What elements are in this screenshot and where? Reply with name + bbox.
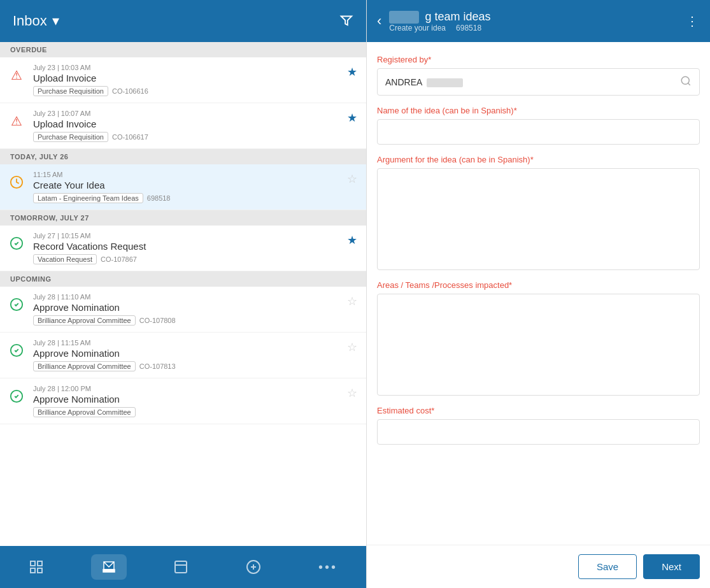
- item-content: 11:15 AM Create Your Idea Latam - Engine…: [33, 171, 356, 203]
- item-ref: 698518: [147, 194, 171, 202]
- back-button[interactable]: ‹: [377, 13, 381, 29]
- overdue-icon: ⚠: [6, 65, 27, 85]
- item-content: July 28 | 11:15 AM Approve Nomination Br…: [33, 339, 356, 371]
- item-tags: Brilliance Approval Committee CO-107808: [33, 315, 356, 326]
- filter-icon[interactable]: [339, 13, 353, 30]
- nav-inbox[interactable]: [91, 554, 127, 580]
- item-timestamp: July 23 | 10:07 AM: [33, 110, 356, 117]
- svg-marker-0: [341, 16, 352, 25]
- right-panel: ‹ g team ideas Create your idea 698518 ⋮…: [366, 0, 710, 588]
- section-upcoming: UPCOMING: [0, 271, 366, 287]
- item-tags: Latam - Engineering Team Ideas 698518: [33, 193, 356, 203]
- left-header: Inbox ▾: [0, 0, 366, 42]
- list-item[interactable]: July 28 | 12:00 PM Approve Nomination Br…: [0, 378, 366, 424]
- svg-rect-8: [31, 568, 35, 573]
- inbox-label: Inbox: [13, 13, 47, 29]
- list-item[interactable]: July 27 | 10:15 AM Record Vacations Requ…: [0, 226, 366, 271]
- item-title: Create Your Idea: [33, 180, 356, 190]
- star-button[interactable]: ☆: [347, 172, 357, 186]
- nav-more[interactable]: •••: [308, 555, 348, 580]
- svg-rect-10: [175, 561, 187, 573]
- list-item[interactable]: July 28 | 11:15 AM Approve Nomination Br…: [0, 333, 366, 378]
- inbox-list: OVERDUE ⚠ July 23 | 10:03 AM Upload Invo…: [0, 42, 366, 546]
- save-button[interactable]: Save: [578, 554, 637, 579]
- star-button[interactable]: ★: [347, 65, 357, 79]
- item-tags: Vacation Request CO-107867: [33, 254, 356, 264]
- search-icon: [680, 75, 692, 89]
- item-content: July 28 | 12:00 PM Approve Nomination Br…: [33, 385, 356, 417]
- item-tag: Brilliance Approval Committee: [33, 315, 136, 326]
- argument-input[interactable]: [377, 168, 700, 270]
- areas-field: Areas / Teams /Processes impacted*: [377, 280, 700, 396]
- areas-label: Areas / Teams /Processes impacted*: [377, 280, 700, 290]
- item-tags: Brilliance Approval Committee: [33, 407, 356, 417]
- nav-add[interactable]: [236, 554, 271, 580]
- list-item[interactable]: July 28 | 11:10 AM Approve Nomination Br…: [0, 287, 366, 333]
- next-button[interactable]: Next: [643, 554, 700, 579]
- item-content: July 23 | 10:03 AM Upload Invoice Purcha…: [33, 64, 356, 96]
- star-button[interactable]: ☆: [347, 294, 357, 308]
- item-ref: CO-107867: [101, 255, 137, 263]
- item-tag: Brilliance Approval Committee: [33, 361, 136, 371]
- argument-label: Argument for the idea (can be in Spanish…: [377, 155, 700, 164]
- cost-label: Estimated cost*: [377, 406, 700, 415]
- cost-input[interactable]: [377, 419, 700, 445]
- item-tags: Purchase Requisition CO-106617: [33, 132, 356, 142]
- star-button[interactable]: ★: [347, 111, 357, 125]
- nav-apps[interactable]: [18, 554, 54, 580]
- item-timestamp: July 28 | 11:15 AM: [33, 339, 356, 347]
- list-item[interactable]: 11:15 AM Create Your Idea Latam - Engine…: [0, 164, 366, 210]
- svg-line-16: [688, 83, 690, 85]
- right-header: ‹ g team ideas Create your idea 698518 ⋮: [367, 0, 710, 42]
- item-timestamp: 11:15 AM: [33, 171, 356, 178]
- item-tag: Purchase Requisition: [33, 132, 108, 142]
- header-subtitle: Create your idea 698518: [389, 24, 678, 32]
- item-timestamp: July 28 | 12:00 PM: [33, 385, 356, 392]
- check-icon: [6, 233, 27, 254]
- star-button[interactable]: ☆: [347, 340, 357, 354]
- item-tag: Purchase Requisition: [33, 86, 108, 96]
- item-tag: Vacation Request: [33, 254, 97, 264]
- idea-name-input[interactable]: [377, 119, 700, 145]
- areas-input[interactable]: [377, 294, 700, 396]
- star-button[interactable]: ☆: [347, 386, 357, 400]
- idea-name-label: Name of the idea (can be in Spanish)*: [377, 106, 700, 115]
- cost-field: Estimated cost*: [377, 406, 700, 445]
- item-tags: Brilliance Approval Committee CO-107813: [33, 361, 356, 371]
- more-options-button[interactable]: ⋮: [686, 13, 700, 29]
- right-header-title: g team ideas: [389, 10, 678, 24]
- chevron-down-icon[interactable]: ▾: [52, 13, 59, 29]
- bottom-navigation: •••: [0, 546, 366, 588]
- item-content: July 28 | 11:10 AM Approve Nomination Br…: [33, 293, 356, 326]
- item-timestamp: July 27 | 10:15 AM: [33, 232, 356, 240]
- header-title-text: g team ideas: [425, 10, 490, 23]
- item-timestamp: July 23 | 10:03 AM: [33, 64, 356, 71]
- list-item[interactable]: ⚠ July 23 | 10:07 AM Upload Invoice Purc…: [0, 103, 366, 149]
- registered-by-field: Registered by* ANDREA: [377, 55, 700, 96]
- item-title: Approve Nomination: [33, 394, 356, 405]
- registered-by-input[interactable]: ANDREA: [377, 68, 700, 96]
- registered-by-value: ANDREA: [385, 77, 680, 87]
- item-ref: CO-106616: [112, 87, 148, 95]
- check-icon: [6, 386, 27, 406]
- item-ref: CO-106617: [112, 133, 148, 141]
- item-timestamp: July 28 | 11:10 AM: [33, 293, 356, 301]
- right-form-content: Registered by* ANDREA Name of the idea (…: [367, 42, 710, 545]
- section-overdue: OVERDUE: [0, 42, 366, 57]
- item-tag: Latam - Engineering Team Ideas: [33, 193, 143, 203]
- item-title: Approve Nomination: [33, 348, 356, 359]
- svg-rect-6: [31, 561, 35, 566]
- svg-rect-9: [38, 568, 42, 573]
- item-content: July 27 | 10:15 AM Record Vacations Requ…: [33, 232, 356, 264]
- nav-tasks[interactable]: [163, 554, 199, 580]
- item-ref: CO-107813: [139, 362, 176, 370]
- registered-by-label: Registered by*: [377, 55, 700, 64]
- item-content: July 23 | 10:07 AM Upload Invoice Purcha…: [33, 110, 356, 142]
- section-tomorrow: TOMORROW, July 27: [0, 210, 366, 226]
- item-tag: Brilliance Approval Committee: [33, 407, 136, 417]
- item-tags: Purchase Requisition CO-106616: [33, 86, 356, 96]
- item-ref: CO-107808: [139, 317, 176, 324]
- list-item[interactable]: ⚠ July 23 | 10:03 AM Upload Invoice Purc…: [0, 57, 366, 103]
- item-title: Record Vacations Request: [33, 241, 356, 252]
- star-button[interactable]: ★: [347, 233, 357, 247]
